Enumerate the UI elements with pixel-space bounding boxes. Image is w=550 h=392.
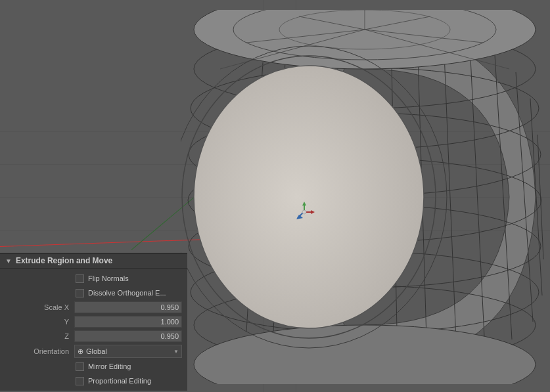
global-icon: ⊕ [78, 347, 83, 356]
scale-y-row: Y [0, 315, 187, 329]
operation-panel: ▼ Extrude Region and Move Flip Normals D… [0, 253, 187, 391]
dissolve-checkbox[interactable] [76, 289, 84, 297]
svg-marker-38 [296, 215, 303, 219]
mirror-row: Mirror Editing [0, 359, 187, 374]
dissolve-label: Dissolve Orthogonal E... [88, 289, 166, 297]
orientation-dropdown[interactable]: ⊕ Global ▼ [74, 345, 182, 358]
panel-content: Flip Normals Dissolve Orthogonal E... Sc… [0, 269, 187, 391]
cylinder-mesh [181, 10, 549, 384]
scale-z-field[interactable] [74, 330, 182, 342]
flip-normals-checkbox[interactable] [76, 274, 84, 283]
mirror-checkbox[interactable] [76, 362, 84, 371]
flip-normals-label: Flip Normals [88, 274, 129, 282]
scale-x-row: Scale X [0, 300, 187, 315]
scale-y-label: Y [5, 318, 74, 326]
panel-title: Extrude Region and Move [16, 256, 112, 265]
svg-marker-36 [311, 210, 315, 214]
svg-point-23 [194, 66, 424, 328]
scale-x-field[interactable] [74, 301, 182, 313]
transform-widget [294, 202, 313, 221]
proportional-row: Proportional Editing [0, 374, 187, 388]
scale-x-label: Scale X [5, 303, 74, 311]
scale-z-row: Z [0, 329, 187, 343]
flip-normals-row: Flip Normals [0, 271, 187, 286]
panel-header[interactable]: ▼ Extrude Region and Move [0, 253, 187, 269]
orientation-label: Orientation [5, 347, 74, 355]
svg-point-39 [302, 210, 306, 214]
panel-collapse-arrow: ▼ [5, 257, 12, 265]
proportional-checkbox[interactable] [76, 377, 84, 385]
scale-y-field[interactable] [74, 316, 182, 328]
chevron-down-icon: ▼ [173, 349, 179, 355]
svg-marker-34 [302, 202, 306, 206]
mirror-label: Mirror Editing [88, 362, 131, 370]
orientation-value: Global [86, 347, 107, 355]
dissolve-row: Dissolve Orthogonal E... [0, 286, 187, 300]
scale-z-label: Z [5, 332, 74, 340]
orientation-row: Orientation ⊕ Global ▼ [0, 343, 187, 359]
proportional-label: Proportional Editing [88, 377, 151, 385]
